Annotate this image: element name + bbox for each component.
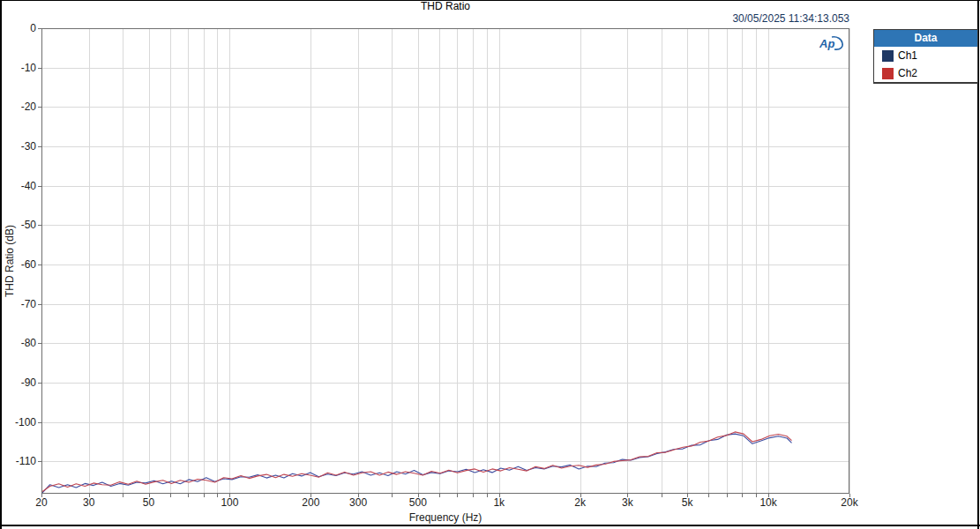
x-tick-label: 200 [291, 496, 330, 509]
y-tick-label: -110 [0, 455, 36, 467]
trace-ch1 [41, 434, 792, 494]
y-tick-label: -100 [0, 416, 36, 428]
y-tick-label: 0 [0, 22, 36, 34]
legend-item-label: Ch1 [898, 49, 917, 62]
plot-border [42, 29, 849, 494]
y-tick-label: -60 [0, 258, 36, 271]
y-tick-label: -20 [0, 101, 36, 113]
legend-body: Ch1Ch2 [874, 47, 977, 82]
x-tick-label: 3k [608, 496, 647, 509]
x-tick-label: 2k [561, 496, 600, 509]
window-border-bottom [0, 525, 980, 526]
x-tick-label: 20 [22, 496, 61, 509]
x-tick-label: 10k [749, 496, 788, 509]
y-tick-label: -30 [0, 140, 36, 153]
x-axis-title: Frequency (Hz) [41, 511, 849, 524]
x-tick-label: 1k [480, 496, 519, 509]
y-tick-label: -10 [0, 62, 36, 74]
audio-precision-logo-icon: Ap [816, 34, 846, 53]
y-tick-label: -70 [0, 298, 36, 310]
y-tick-label: -80 [0, 337, 36, 349]
x-tick-label: 500 [399, 496, 438, 509]
legend-swatch-icon [882, 68, 894, 79]
legend-panel: Data Ch1Ch2 [873, 29, 978, 84]
measurement-timestamp: 30/05/2025 11:34:13.053 [529, 12, 849, 25]
ap-logo-text: Ap [819, 37, 834, 50]
x-tick-label: 20k [830, 496, 869, 509]
chart-title: THD Ratio [41, 0, 849, 12]
legend-swatch-icon [882, 50, 894, 62]
x-tick-label: 30 [70, 496, 108, 509]
legend-item-ch1[interactable]: Ch1 [874, 47, 977, 64]
x-tick-label: 50 [130, 496, 168, 509]
x-tick-label: 100 [210, 496, 249, 509]
thd-ratio-plot [41, 28, 849, 494]
y-tick-label: -40 [0, 180, 36, 192]
legend-header: Data [874, 30, 977, 47]
x-tick-label: 300 [339, 496, 378, 509]
x-tick-label: 5k [668, 496, 707, 509]
plot-area[interactable] [41, 28, 849, 494]
thd-ratio-graph-window: THD Ratio 30/05/2025 11:34:13.053 Ap Fre… [0, 0, 980, 529]
legend-item-ch2[interactable]: Ch2 [874, 64, 977, 82]
y-tick-label: -90 [0, 376, 36, 389]
y-tick-label: -50 [0, 219, 36, 231]
legend-item-label: Ch2 [898, 67, 917, 79]
